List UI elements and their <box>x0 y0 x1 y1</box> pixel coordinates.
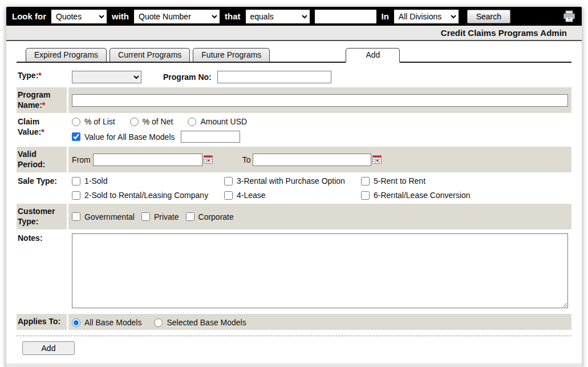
window-footer <box>6 363 582 367</box>
claim-radio-pct-of-list[interactable]: % of List <box>72 117 115 126</box>
required-asterisk: * <box>41 127 44 136</box>
valid-to-input[interactable] <box>253 154 371 166</box>
customer-type-private[interactable]: Private <box>141 212 179 221</box>
program-name-input[interactable] <box>72 94 568 107</box>
private-checkbox[interactable] <box>141 212 150 221</box>
with-label: with <box>112 11 129 21</box>
type-select[interactable] <box>72 71 141 83</box>
all-base-models-radio[interactable] <box>72 318 80 327</box>
customer-type-governmental[interactable]: Governmental <box>72 212 135 221</box>
applies-to-row: Applies To: All Base Models Selected Bas… <box>17 314 571 330</box>
sale-type-5-checkbox[interactable] <box>361 177 370 185</box>
form-divider <box>17 336 571 336</box>
sale-type-5-rent-to-rent[interactable]: 5-Rent to Rent <box>361 176 568 185</box>
value-all-base-models-checkbox-label[interactable]: Value for All Base Models <box>72 132 175 142</box>
claim-radio-amount-usd[interactable]: Amount USD <box>188 117 247 126</box>
sale-type-6-checkbox[interactable] <box>361 191 370 200</box>
required-asterisk: * <box>38 71 41 80</box>
sale-type-6-rental-lease-conversion[interactable]: 6-Rental/Lease Conversion <box>361 191 568 200</box>
page-title: Credit Claims Programs Admin <box>6 26 582 41</box>
from-label: From <box>72 155 91 164</box>
type-row: Type:* Program No: <box>17 68 571 86</box>
notes-label: Notes: <box>17 231 67 313</box>
valid-period-row: Valid Period: From <box>17 147 571 172</box>
to-label: To <box>242 155 251 164</box>
division-select[interactable]: All Divisions <box>394 10 459 23</box>
tab-expired-programs[interactable]: Expired Programs <box>26 48 107 62</box>
program-no-input[interactable] <box>217 71 331 83</box>
program-no-label: Program No: <box>163 72 212 82</box>
type-label: Type:* <box>17 68 67 86</box>
sale-type-1-sold[interactable]: 1-Sold <box>72 176 224 185</box>
program-name-label: Program Name:* <box>17 87 67 113</box>
look-for-select[interactable]: Quotes <box>51 10 107 23</box>
sale-type-2-sold-to-rental-leasing[interactable]: 2-Sold to Rental/Leasing Company <box>72 191 224 200</box>
governmental-checkbox[interactable] <box>72 212 80 221</box>
claim-value-label: Claim Value:* <box>17 114 67 146</box>
corporate-checkbox[interactable] <box>186 212 194 221</box>
operator-select[interactable]: equals <box>246 10 310 23</box>
selected-base-models-radio[interactable] <box>154 318 163 327</box>
calendar-icon[interactable] <box>372 155 382 164</box>
claim-value-input[interactable] <box>181 131 240 143</box>
value-all-base-models-checkbox[interactable] <box>72 132 80 141</box>
customer-type-label: Customer Type: <box>17 204 67 229</box>
sale-type-4-lease[interactable]: 4-Lease <box>224 191 361 200</box>
search-field-select[interactable]: Quote Number <box>134 10 220 23</box>
add-button[interactable]: Add <box>22 341 75 355</box>
search-value-input[interactable] <box>315 10 376 23</box>
applies-to-all-base-models[interactable]: All Base Models <box>72 318 141 327</box>
customer-type-row: Customer Type: Governmental Private Corp… <box>17 204 571 229</box>
valid-period-label: Valid Period: <box>17 147 67 172</box>
in-label: In <box>382 11 389 21</box>
sale-type-3-checkbox[interactable] <box>224 177 233 185</box>
sale-type-2-checkbox[interactable] <box>72 191 80 200</box>
that-label: that <box>225 11 241 21</box>
tab-current-programs[interactable]: Current Programs <box>110 48 190 62</box>
notes-textarea[interactable] <box>72 233 568 308</box>
sale-type-row: Sale Type: 1-Sold 3-Rental with Purchase… <box>17 174 571 203</box>
app-window: Look for Quotes with Quote Number that e… <box>6 6 582 367</box>
applies-to-selected-base-models[interactable]: Selected Base Models <box>154 318 246 327</box>
claim-value-row: Claim Value:* % of List % of Net <box>17 114 571 146</box>
main-content: Expired Programs Current Programs Future… <box>6 41 582 363</box>
amount-usd-radio[interactable] <box>188 118 196 126</box>
search-button[interactable]: Search <box>467 10 510 23</box>
printer-icon[interactable] <box>562 10 576 23</box>
notes-row: Notes: <box>17 231 571 313</box>
pct-of-net-radio[interactable] <box>130 118 139 126</box>
sale-type-label: Sale Type: <box>17 174 67 203</box>
claim-radio-pct-of-net[interactable]: % of Net <box>130 117 173 126</box>
required-asterisk: * <box>42 100 45 110</box>
add-program-form: Type:* Program No: Program Name:* <box>17 68 571 360</box>
sale-type-1-checkbox[interactable] <box>72 177 80 185</box>
sale-type-4-checkbox[interactable] <box>224 191 233 200</box>
program-name-row: Program Name:* <box>17 87 571 113</box>
sale-type-3-rental-purchase-option[interactable]: 3-Rental with Purchase Option <box>224 176 361 185</box>
customer-type-corporate[interactable]: Corporate <box>186 212 234 221</box>
calendar-icon[interactable] <box>204 155 213 164</box>
applies-to-label: Applies To: <box>17 314 67 330</box>
look-for-label: Look for <box>12 11 46 21</box>
valid-from-input[interactable] <box>93 154 202 166</box>
tab-add[interactable]: Add <box>346 48 400 63</box>
tab-future-programs[interactable]: Future Programs <box>193 48 270 62</box>
tab-bar: Expired Programs Current Programs Future… <box>17 48 571 63</box>
search-toolbar: Look for Quotes with Quote Number that e… <box>6 7 582 26</box>
pct-of-list-radio[interactable] <box>72 118 80 126</box>
